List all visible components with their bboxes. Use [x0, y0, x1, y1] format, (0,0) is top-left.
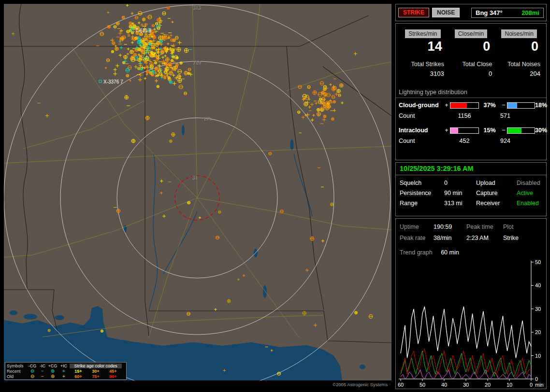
strike-symbol	[120, 37, 124, 40]
minus-sign: −	[500, 127, 507, 134]
peak-time-label: Peak time	[466, 224, 503, 230]
strike-symbol	[303, 311, 306, 315]
legend-old-label: Old	[7, 374, 27, 379]
strike-symbol	[188, 201, 190, 204]
strike-symbol	[355, 311, 358, 314]
strike-symbol	[323, 115, 326, 117]
pos-cg-recent-icon: ⊕	[47, 369, 58, 374]
persistence-label: Persistence	[400, 190, 444, 196]
age-45: 45+	[104, 369, 122, 374]
lake	[290, 139, 294, 151]
strike-symbol	[123, 61, 125, 64]
map-svg[interactable]: 31321912531T-611 8X-3376 7	[4, 4, 391, 380]
strike-indicator-button[interactable]: STRIKE	[398, 8, 429, 17]
strike-symbol	[178, 78, 182, 82]
distribution-title: Lightning type distribution	[396, 89, 546, 98]
datetime-display: 10/25/2025 3:29:16 AM	[396, 163, 546, 175]
copyright-text: ©2005 Astrogenic Systems	[333, 382, 388, 387]
ic-plus-gauge	[450, 127, 479, 134]
legend-recent-label: Recent	[7, 369, 27, 374]
lake	[182, 125, 185, 136]
legend-recent-row: Recent ⊖ − ⊕ + 15+ 30+ 45+	[5, 368, 126, 374]
lake	[360, 364, 365, 369]
legend-col-neg-ic: -IC	[38, 364, 47, 368]
strike-symbol	[115, 47, 118, 51]
ring-distance-label: 313	[193, 5, 201, 11]
lake	[55, 315, 64, 320]
strike-symbol	[332, 118, 334, 120]
trend-series-total	[401, 307, 531, 358]
y-tick-label: 20	[535, 329, 541, 335]
station-label: X-3376 7	[103, 79, 123, 84]
lake	[263, 285, 267, 298]
range-label: Range	[400, 200, 444, 207]
strike-symbol	[157, 51, 159, 54]
uptime-label: Uptime	[400, 224, 434, 230]
y-tick-label: 40	[535, 282, 541, 288]
cg-plus-percent: 37%	[479, 102, 500, 109]
pos-ic-old-icon: +	[58, 374, 70, 379]
total-noises-label: Total Noises	[495, 61, 543, 68]
strike-symbol	[122, 16, 125, 19]
close-per-min-chip[interactable]: Close/min	[455, 29, 487, 38]
ring-distance-label: 125	[203, 116, 212, 122]
settings-grid: Squelch 0 Upload Disabled Persistence 90…	[396, 175, 546, 207]
strike-symbol	[146, 70, 149, 73]
y-tick-label: 30	[535, 306, 541, 312]
strike-symbol	[177, 47, 181, 51]
lake	[10, 310, 17, 315]
total-close-value: 0	[447, 70, 495, 77]
cloud-ground-count-row: Count 1156 571	[399, 112, 543, 119]
uptime-stats-grid: Uptime 190:59 Peak time Plot Peak rate 3…	[396, 219, 546, 241]
plot-value: Strike	[503, 235, 542, 241]
age-90: 90+	[104, 374, 122, 379]
strike-symbol	[167, 7, 169, 9]
x-tick-label: 30	[463, 382, 469, 388]
rates-grid: Strikes/min 14 Total Strikes 3103 Close/…	[399, 29, 543, 77]
y-tick-label: 10	[535, 353, 541, 359]
status-box: 10/25/2025 3:29:16 AM Squelch 0 Upload D…	[395, 162, 547, 216]
strike-symbol	[313, 91, 317, 95]
squelch-label: Squelch	[400, 180, 444, 186]
strike-symbol	[337, 89, 340, 93]
ic-minus-percent: 30%	[535, 127, 547, 134]
strike-symbol	[165, 62, 169, 66]
peak-time-value: 2:23 AM	[466, 235, 503, 241]
strike-symbol	[333, 101, 335, 103]
cg-minus-percent: 18%	[535, 102, 547, 109]
persistence-value: 90 min	[444, 190, 476, 196]
x-unit-label: min	[535, 382, 544, 388]
strike-symbol	[146, 46, 150, 50]
cg-plus-gauge	[450, 102, 479, 109]
strike-symbol	[180, 62, 182, 64]
strike-symbol	[129, 22, 132, 25]
x-tick-label: 0	[530, 382, 533, 388]
x-tick-label: 60	[398, 382, 404, 388]
noises-column: Noises/min 0 Total Noises 204	[495, 29, 543, 77]
strike-symbol	[227, 300, 230, 303]
plus-sign: +	[443, 127, 450, 134]
strike-symbol	[317, 109, 320, 112]
strike-symbol	[177, 75, 181, 78]
strike-symbol	[145, 116, 149, 120]
intracloud-count-row: Count 452 924	[399, 138, 543, 144]
cloud-ground-row: Cloud-ground + 37% − 18%	[399, 102, 543, 109]
strike-symbol	[125, 96, 128, 99]
strike-symbol	[144, 43, 147, 47]
strike-symbol	[184, 49, 188, 53]
strike-symbol	[340, 84, 343, 87]
plus-sign: +	[443, 102, 450, 109]
legend-old-row: Old ⊖ − ⊕ + 60+ 75+ 90+	[5, 374, 126, 379]
close-per-min-value: 0	[447, 39, 495, 54]
strikes-per-min-chip[interactable]: Strikes/min	[405, 29, 440, 38]
trend-graph-chart: 010203040506050403020100min	[397, 259, 546, 389]
trend-box: Uptime 190:59 Peak time Plot Peak rate 3…	[395, 218, 547, 389]
strike-symbol	[317, 112, 321, 116]
x-tick-label: 10	[507, 382, 512, 388]
legend-symbols-label: Symbols	[7, 364, 27, 368]
legend-header-row: Symbols -CG -IC +CG +IC Strike age color…	[5, 363, 126, 368]
map-canvas[interactable]: 31321912531T-611 8X-3376 7 Symbols -CG -…	[4, 4, 391, 380]
noises-per-min-chip[interactable]: Noises/min	[501, 29, 536, 38]
peak-rate-label: Peak rate	[400, 235, 434, 241]
noise-indicator-button[interactable]: NOISE	[432, 8, 460, 17]
